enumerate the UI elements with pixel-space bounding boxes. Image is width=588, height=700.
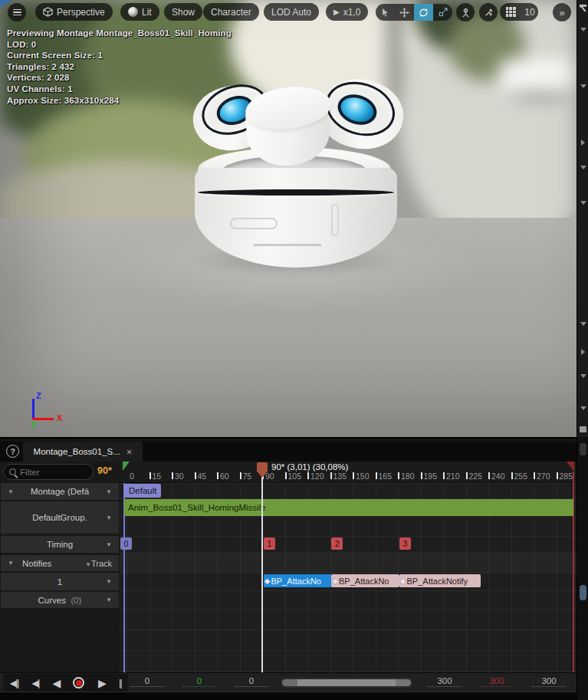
- sidebar-row-notifies[interactable]: ▼ Notifies ▼Track: [1, 555, 119, 571]
- timeline-track-area[interactable]: 0153045607590105120135150165180195210225…: [120, 462, 577, 672]
- collapse-triangle-icon[interactable]: [580, 84, 586, 88]
- hamburger-icon: [13, 9, 21, 16]
- collapse-triangle-icon[interactable]: [580, 201, 586, 205]
- ruler-tick-label: 30: [175, 472, 184, 481]
- sequence-length-field[interactable]: 300: [480, 676, 514, 687]
- viewport-menu-button[interactable]: [8, 3, 26, 21]
- curves-count: (0): [71, 596, 81, 605]
- character-button[interactable]: Character: [203, 3, 259, 21]
- collapsed-details-panel[interactable]: [577, 0, 588, 437]
- coordinate-space-button[interactable]: [456, 3, 475, 21]
- playback-speed-button[interactable]: ▶ x1,0: [326, 3, 368, 21]
- timing-marker-0[interactable]: 0: [120, 537, 132, 550]
- speed-label: x1,0: [343, 7, 361, 18]
- timing-marker-2[interactable]: 2: [331, 537, 343, 550]
- animation-segment-bar[interactable]: Anim_Boss01_Skill_HomingMissile: [124, 499, 573, 516]
- current-frame-field[interactable]: 0: [182, 676, 216, 687]
- grid-hline: [120, 629, 577, 630]
- snap-settings-button[interactable]: [479, 3, 498, 21]
- sidebar-row-notify-track-1[interactable]: 1 ▼: [1, 573, 119, 590]
- sidebar-row-slot-group[interactable]: DefaultGroup. ▼: [1, 501, 119, 534]
- step-backward-button[interactable]: ◀|: [31, 679, 38, 688]
- notify-diamond-icon: ◆: [400, 577, 406, 585]
- record-icon: [76, 680, 82, 686]
- montage-panel: ? Montage_Boss01_S... × 90* ▼ Montage (D…: [0, 437, 577, 700]
- slot-chip[interactable]: Default: [124, 484, 161, 498]
- timing-marker-3[interactable]: 3: [399, 537, 411, 550]
- sidebar-row-montage[interactable]: ▼ Montage (Defá ▼: [1, 483, 119, 500]
- collapse-triangle-icon[interactable]: [580, 166, 586, 169]
- stats-line: Triangles: 2 432: [7, 61, 232, 73]
- ruler-tick-label: 240: [491, 472, 505, 481]
- perspective-button[interactable]: Perspective: [35, 3, 113, 21]
- ruler-tick: [240, 472, 241, 479]
- collapse-triangle-icon[interactable]: [580, 374, 586, 378]
- filter-searchbox[interactable]: [3, 464, 94, 480]
- collapse-triangle-icon[interactable]: [580, 322, 586, 326]
- scrollbar-thumb[interactable]: [580, 585, 586, 600]
- grid-snap-button[interactable]: [500, 3, 521, 21]
- lit-mode-button[interactable]: Lit: [120, 3, 159, 21]
- ruler-tick-label: 285: [560, 472, 573, 481]
- collapse-triangle-icon[interactable]: [581, 140, 585, 146]
- ruler-tick: [307, 472, 309, 479]
- show-button[interactable]: Show: [164, 3, 202, 21]
- play-backward-button[interactable]: ◀: [52, 678, 59, 688]
- track-filter-button[interactable]: ▼Track: [85, 559, 112, 568]
- tab-close-icon[interactable]: ×: [126, 446, 133, 458]
- toolbar-overflow-button[interactable]: »: [553, 3, 571, 21]
- play-forward-button[interactable]: ▶: [98, 678, 105, 688]
- view-start-field[interactable]: 0: [235, 676, 268, 687]
- ruler-tick: [217, 472, 218, 479]
- filter-input[interactable]: [20, 468, 81, 477]
- bottom-status-strip: [0, 692, 577, 700]
- frame-start-field[interactable]: 0: [130, 676, 164, 687]
- scale-tool-button[interactable]: [433, 4, 452, 21]
- timing-marker-1[interactable]: 1: [264, 537, 275, 550]
- notify-event[interactable]: ◆BP_AttackNotify: [399, 574, 481, 587]
- chevron-down-icon[interactable]: ▼: [106, 596, 112, 603]
- frame-end-field[interactable]: 300: [532, 676, 566, 687]
- tab-title: Montage_Boss01_S...: [34, 447, 120, 456]
- view-end-field[interactable]: 300: [428, 676, 462, 687]
- record-button[interactable]: [73, 677, 84, 688]
- chevron-down-icon[interactable]: ▼: [106, 488, 112, 495]
- ruler-tick-label: 105: [288, 472, 302, 481]
- timeline-scrollbar[interactable]: [281, 678, 412, 688]
- rotate-tool-button[interactable]: [414, 4, 433, 21]
- notify-event[interactable]: ◆BP_AttackNo: [331, 574, 399, 587]
- grid-hline: [120, 483, 577, 484]
- collapse-triangle-icon[interactable]: [581, 349, 585, 355]
- tab-montage-asset[interactable]: Montage_Boss01_S... ×: [23, 442, 143, 462]
- play-icon: ▶: [333, 8, 340, 16]
- viewport-toolbar: Perspective Lit Show Character LOD Auto …: [0, 2, 577, 21]
- grid-hline: [120, 573, 577, 573]
- move-tool-button[interactable]: [395, 4, 414, 21]
- chevron-down-icon[interactable]: ▼: [106, 578, 112, 585]
- chevron-down-icon[interactable]: ▼: [106, 541, 112, 548]
- slot-group-label: DefaultGroup.: [1, 513, 119, 522]
- sidebar-row-curves[interactable]: Curves (0) ▼: [1, 592, 119, 608]
- chevron-down-icon: ▼: [85, 561, 91, 568]
- chevron-down-icon[interactable]: ▼: [106, 514, 112, 521]
- go-to-front-button[interactable]: ◀||: [10, 679, 18, 688]
- notify-event[interactable]: ◆BP_AttackNo: [264, 574, 332, 587]
- montage-row-label: Montage (Defá: [1, 487, 119, 496]
- lod-auto-button[interactable]: LOD Auto: [264, 3, 319, 21]
- viewport-3d[interactable]: Perspective Lit Show Character LOD Auto …: [0, 0, 577, 437]
- sidebar-row-timing[interactable]: Timing ▼: [1, 536, 119, 553]
- collapse-triangle-icon[interactable]: ▼: [8, 560, 14, 567]
- collapse-triangle-icon[interactable]: ▼: [8, 488, 14, 495]
- collapse-triangle-icon[interactable]: [580, 406, 586, 410]
- grid-size-value[interactable]: 10: [521, 3, 538, 21]
- select-tool-button[interactable]: [376, 4, 395, 21]
- scrollbar-thumb[interactable]: [282, 679, 411, 686]
- notify-label: BP_AttackNo: [339, 577, 389, 586]
- lit-sphere-icon: [128, 7, 138, 17]
- grid-hline: [120, 650, 577, 651]
- panel-vertical-scrollbar[interactable]: [577, 437, 588, 700]
- help-button[interactable]: ?: [6, 445, 19, 458]
- ruler-tick: [353, 472, 354, 479]
- collapse-triangle-icon[interactable]: [580, 28, 586, 31]
- pause-button[interactable]: ||: [119, 679, 121, 688]
